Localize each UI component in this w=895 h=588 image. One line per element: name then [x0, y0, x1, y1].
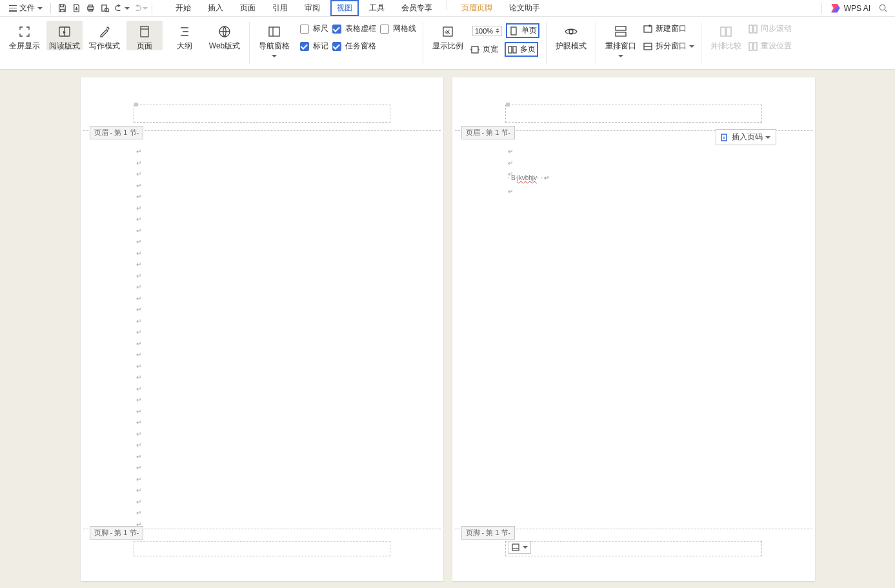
tab-member[interactable]: 会员专享 [395, 0, 439, 16]
svg-rect-25 [754, 25, 757, 33]
document-workspace[interactable]: 页眉 - 第 1 节- ↵↵↵↵↵↵↵↵↵↵ ↵↵↵↵↵↵↵↵↵↵ ↵↵↵↵↵↵… [0, 70, 895, 588]
single-page-button[interactable]: 单页 [506, 23, 539, 38]
tab-thesis-helper[interactable]: 论文助手 [503, 0, 547, 16]
separator [50, 3, 51, 14]
chevron-down-icon [37, 7, 43, 10]
marks-checkbox[interactable]: 标记 [300, 41, 328, 52]
tab-header-footer[interactable]: 页眉页脚 [455, 0, 499, 16]
display-ratio-button[interactable]: % 显示比例 [430, 21, 466, 50]
svg-text:%: % [445, 30, 448, 35]
footer-icon [511, 543, 520, 552]
svg-rect-18 [616, 26, 626, 30]
redo-button[interactable] [130, 1, 144, 15]
insert-page-number-button[interactable]: # 插入页码 [716, 129, 776, 145]
chevron-down-icon [523, 546, 528, 549]
page-layout-button[interactable]: 页面 [126, 21, 163, 50]
reading-layout-button[interactable]: 阅读版式 [46, 21, 83, 50]
header-section-tag: 页眉 - 第 1 节- [461, 126, 516, 139]
save-button[interactable] [55, 1, 69, 15]
footer-section-tag: 页脚 - 第 1 节- [461, 526, 516, 540]
tab-insert[interactable]: 插入 [201, 0, 230, 16]
svg-rect-30 [512, 544, 519, 551]
separator [447, 0, 447, 10]
multi-page-button[interactable]: 多页 [505, 42, 538, 57]
gridlines-checkbox[interactable]: 网格线 [380, 23, 416, 34]
svg-rect-15 [508, 46, 512, 53]
svg-rect-1 [88, 5, 92, 7]
svg-text:#: # [723, 136, 725, 140]
spinner-down-icon[interactable] [496, 31, 499, 33]
wps-ai-label: WPS AI [844, 4, 870, 13]
footer-section-tag: 页脚 - 第 1 节- [90, 526, 144, 540]
sync-scroll-button: 同步滚动 [748, 23, 792, 34]
paragraph-marks: ↵↵↵↵↵↵↵↵↵↵ ↵↵↵↵↵↵↵↵↵↵ ↵↵↵↵↵↵↵↵↵↵ ↵↵↵↵ [136, 146, 141, 530]
header-region[interactable] [134, 105, 390, 123]
table-frame-checkbox[interactable]: 表格虚框 [332, 23, 376, 34]
side-by-side-button: 并排比较 [708, 21, 744, 50]
file-menu-label: 文件 [19, 3, 35, 14]
document-page[interactable]: 页眉 - 第 1 节- # 插入页码 ↵↵↵ · B·jkvbhjv· · ↵ … [452, 77, 815, 581]
zoom-spinner[interactable]: 100% [470, 25, 505, 37]
svg-rect-27 [754, 43, 757, 50]
reset-position-button: 重设位置 [748, 41, 792, 52]
body-text: · B·jkvbhjv· · ↵ [508, 174, 550, 181]
document-page[interactable]: 页眉 - 第 1 节- ↵↵↵↵↵↵↵↵↵↵ ↵↵↵↵↵↵↵↵↵↵ ↵↵↵↵↵↵… [81, 77, 443, 581]
redo-history-dropdown[interactable] [143, 7, 148, 10]
svg-rect-10 [269, 27, 279, 36]
svg-rect-19 [616, 32, 626, 36]
svg-rect-13 [511, 27, 516, 35]
tab-review[interactable]: 审阅 [298, 0, 327, 16]
svg-rect-8 [141, 26, 148, 37]
file-menu-button[interactable]: 文件 [5, 1, 46, 15]
ruler-checkbox[interactable]: 标尺 [300, 23, 328, 34]
footer-region[interactable] [134, 541, 390, 556]
tab-view[interactable]: 视图 [330, 0, 359, 16]
svg-rect-26 [749, 43, 752, 50]
eye-care-button[interactable]: 护眼模式 [553, 21, 589, 50]
writing-mode-button[interactable]: 写作模式 [86, 21, 123, 50]
chevron-down-icon [765, 136, 770, 139]
tab-page[interactable]: 页面 [234, 0, 262, 16]
tab-start[interactable]: 开始 [169, 0, 197, 16]
header-region[interactable] [505, 105, 762, 123]
undo-history-dropdown[interactable] [125, 7, 130, 10]
svg-point-17 [569, 30, 573, 34]
print-preview-button[interactable] [97, 1, 112, 15]
tab-tools[interactable]: 工具 [363, 0, 391, 16]
page-width-button[interactable]: 页宽 [470, 44, 498, 55]
outline-button[interactable]: 大纲 [166, 21, 203, 50]
fullscreen-button[interactable]: 全屏显示 [6, 21, 43, 50]
svg-rect-22 [721, 27, 725, 36]
chevron-down-icon [618, 55, 623, 57]
navigation-pane-button[interactable]: 导航窗格 [256, 21, 292, 59]
task-pane-checkbox[interactable]: 任务窗格 [332, 41, 376, 52]
print-button[interactable] [83, 1, 97, 15]
page-number-icon: # [720, 133, 729, 142]
chevron-down-icon [272, 55, 277, 57]
wps-ai-button[interactable]: WPS AI [831, 4, 870, 13]
header-section-tag: 页眉 - 第 1 节- [90, 126, 144, 139]
undo-button[interactable] [112, 1, 126, 15]
wps-ai-logo-icon [831, 4, 840, 13]
web-layout-button[interactable]: Web版式 [206, 21, 243, 50]
svg-rect-20 [644, 26, 652, 32]
arrange-windows-button[interactable]: 重排窗口 [603, 21, 639, 59]
footer-region[interactable] [505, 541, 762, 556]
paragraph-marks: ↵ [508, 186, 513, 198]
footer-options-button[interactable] [508, 541, 531, 554]
chevron-down-icon [689, 45, 694, 48]
separator [821, 3, 822, 14]
search-button[interactable] [876, 1, 890, 15]
svg-rect-14 [472, 46, 478, 53]
export-button[interactable] [69, 1, 83, 15]
svg-point-5 [880, 5, 885, 10]
svg-rect-16 [513, 46, 516, 53]
spinner-up-icon[interactable] [496, 28, 499, 30]
new-window-button[interactable]: 新建窗口 [643, 23, 694, 34]
svg-rect-23 [727, 27, 731, 36]
split-window-button[interactable]: 拆分窗口 [643, 41, 694, 52]
tab-reference[interactable]: 引用 [266, 0, 294, 16]
separator [152, 3, 152, 14]
svg-rect-24 [749, 25, 752, 33]
